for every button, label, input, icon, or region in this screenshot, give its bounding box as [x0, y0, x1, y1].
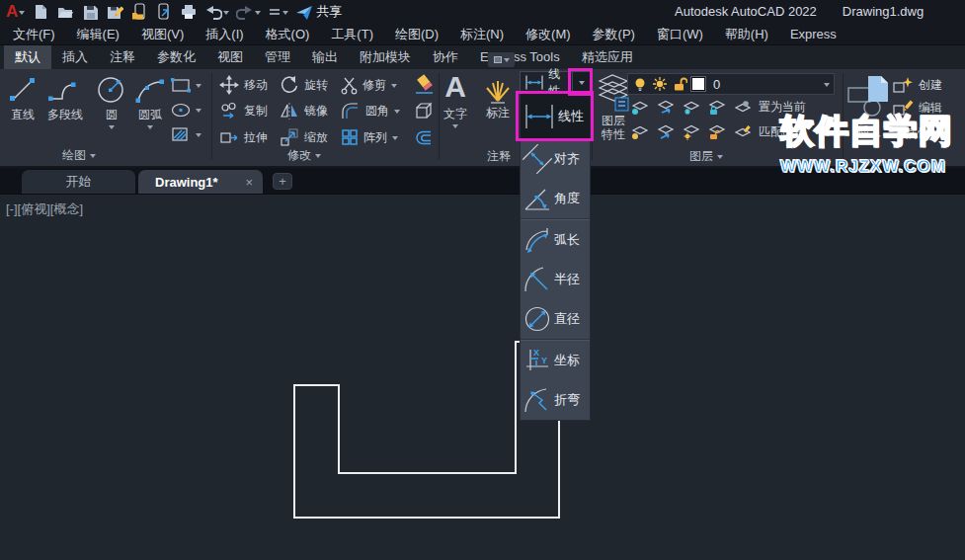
- flyout-item-ordinate[interactable]: XY 坐标: [521, 341, 590, 380]
- chevron-down-icon[interactable]: [824, 83, 830, 90]
- mirror-button[interactable]: 镜像: [280, 102, 328, 120]
- layers-panel-label[interactable]: 图层: [662, 148, 751, 165]
- modify-panel-label[interactable]: 修改: [265, 147, 344, 164]
- flyout-item-jogged[interactable]: 折弯: [521, 380, 590, 420]
- chevron-down-icon[interactable]: [452, 124, 458, 131]
- menu-format[interactable]: 格式(O): [255, 24, 321, 44]
- app-menu-button[interactable]: A: [6, 0, 25, 24]
- tab-view[interactable]: 视图: [206, 45, 254, 69]
- menu-help[interactable]: 帮助(H): [714, 24, 779, 44]
- tab-annotate[interactable]: 注释: [99, 45, 146, 69]
- menu-file[interactable]: 文件(F): [2, 24, 66, 44]
- rotate-button[interactable]: 旋转: [280, 75, 328, 95]
- flyout-item-angular[interactable]: 角度: [521, 179, 590, 218]
- fillet-button[interactable]: 圆角: [341, 102, 400, 120]
- new-file-icon[interactable]: [32, 3, 49, 21]
- layer-lock-icon[interactable]: [707, 100, 727, 116]
- open-from-mobile-icon[interactable]: [130, 3, 148, 21]
- trim-button[interactable]: 修剪: [341, 75, 397, 95]
- insert-block-button[interactable]: 插入: [846, 72, 892, 140]
- tab-manage[interactable]: 管理: [254, 45, 301, 69]
- new-tab-button[interactable]: +: [273, 173, 292, 190]
- layer-unisolate-icon[interactable]: [656, 100, 676, 116]
- menu-express[interactable]: Express: [779, 24, 847, 44]
- polyline-button[interactable]: 多段线: [45, 73, 85, 123]
- edit-block-button[interactable]: 编辑: [892, 100, 942, 117]
- chevron-down-icon[interactable]: [255, 11, 261, 18]
- tab-insert[interactable]: 插入: [51, 45, 99, 69]
- chevron-down-icon[interactable]: [147, 125, 153, 132]
- save-icon[interactable]: [81, 3, 99, 21]
- draw-panel-label[interactable]: 绘图: [40, 147, 119, 164]
- circle-button[interactable]: 圆: [95, 73, 128, 132]
- file-tab-start[interactable]: 开始: [22, 170, 135, 194]
- tab-addins[interactable]: 附加模块: [349, 45, 422, 69]
- layer-thaw-all-icon[interactable]: [682, 124, 701, 140]
- flyout-item-aligned[interactable]: 对齐: [521, 139, 590, 179]
- open-file-icon[interactable]: [56, 3, 74, 21]
- make-current-icon[interactable]: [733, 100, 753, 116]
- layer-isolate-icon[interactable]: [630, 100, 650, 116]
- qat-customize-button[interactable]: [268, 5, 288, 19]
- ribbon-collapse-button[interactable]: [488, 52, 515, 67]
- block-attributes-button[interactable]: 属性: [906, 125, 940, 142]
- share-button[interactable]: 共享: [295, 3, 342, 21]
- flyout-item-radius[interactable]: 半径: [521, 260, 590, 299]
- ellipse-tool-button[interactable]: [170, 102, 201, 119]
- copy-button[interactable]: 复制: [219, 102, 268, 120]
- tab-collaborate[interactable]: 协作: [422, 45, 469, 69]
- print-icon[interactable]: [180, 3, 198, 21]
- menu-view[interactable]: 视图(V): [130, 24, 195, 44]
- save-to-mobile-icon[interactable]: [155, 3, 173, 21]
- tab-output[interactable]: 输出: [301, 45, 349, 69]
- drawing-canvas[interactable]: [-][俯视][概念]: [0, 194, 965, 560]
- scale-button[interactable]: 缩放: [280, 128, 328, 146]
- create-block-button[interactable]: 创建: [892, 77, 942, 94]
- layer-change-icon[interactable]: [656, 124, 676, 140]
- match-layer-label[interactable]: 匹配图层: [759, 123, 806, 140]
- layer-select[interactable]: 0: [627, 73, 835, 95]
- array-button[interactable]: 阵列: [341, 128, 398, 146]
- chevron-down-icon[interactable]: [223, 11, 229, 18]
- line-button[interactable]: 直线: [6, 73, 40, 123]
- stretch-button[interactable]: 拉伸: [219, 128, 268, 146]
- close-tab-icon[interactable]: ×: [245, 175, 253, 190]
- join-button[interactable]: [413, 128, 435, 146]
- menu-edit[interactable]: 编辑(E): [66, 24, 130, 44]
- hatch-tool-button[interactable]: [170, 126, 201, 143]
- chevron-down-icon[interactable]: [394, 110, 400, 117]
- menu-modify[interactable]: 修改(M): [515, 24, 582, 44]
- arc-button[interactable]: 圆弧: [132, 73, 168, 132]
- layer-properties-button[interactable]: 图层 特性: [596, 72, 631, 141]
- save-as-icon[interactable]: [106, 3, 123, 21]
- tab-parametric[interactable]: 参数化: [146, 45, 206, 69]
- menu-draw[interactable]: 绘图(D): [384, 24, 449, 44]
- erase-button[interactable]: [412, 73, 436, 95]
- move-button[interactable]: 移动: [219, 75, 268, 95]
- match-layer-icon[interactable]: [733, 124, 753, 140]
- flyout-item-diameter[interactable]: 直径: [521, 299, 590, 339]
- menu-dimension[interactable]: 标注(N): [449, 24, 515, 44]
- tab-home[interactable]: 默认: [4, 45, 51, 69]
- redo-button[interactable]: [236, 3, 261, 21]
- menu-tools[interactable]: 工具(T): [320, 24, 384, 44]
- rectangle-tool-button[interactable]: [170, 77, 201, 94]
- chevron-down-icon[interactable]: [196, 133, 201, 140]
- menu-parametric[interactable]: 参数(P): [582, 24, 646, 44]
- set-current-label[interactable]: 置为当前: [759, 99, 806, 116]
- text-button[interactable]: A 文字: [443, 72, 467, 131]
- layer-unlock-all-icon[interactable]: [707, 124, 727, 140]
- menu-window[interactable]: 窗口(W): [646, 24, 714, 44]
- chevron-down-icon[interactable]: [391, 84, 397, 91]
- layer-on-icon[interactable]: [630, 124, 650, 140]
- undo-button[interactable]: [204, 3, 229, 21]
- file-tab-drawing1[interactable]: Drawing1* ×: [138, 170, 263, 194]
- flyout-item-arc-length[interactable]: 弧长: [521, 220, 590, 260]
- chevron-down-icon[interactable]: [196, 84, 201, 91]
- explode-button[interactable]: [413, 101, 435, 121]
- layer-freeze-icon[interactable]: [682, 100, 701, 116]
- menu-insert[interactable]: 插入(I): [195, 24, 254, 44]
- dimension-button[interactable]: 标注: [483, 77, 513, 121]
- chevron-down-icon[interactable]: [109, 125, 115, 132]
- tab-featured-apps[interactable]: 精选应用: [571, 45, 644, 69]
